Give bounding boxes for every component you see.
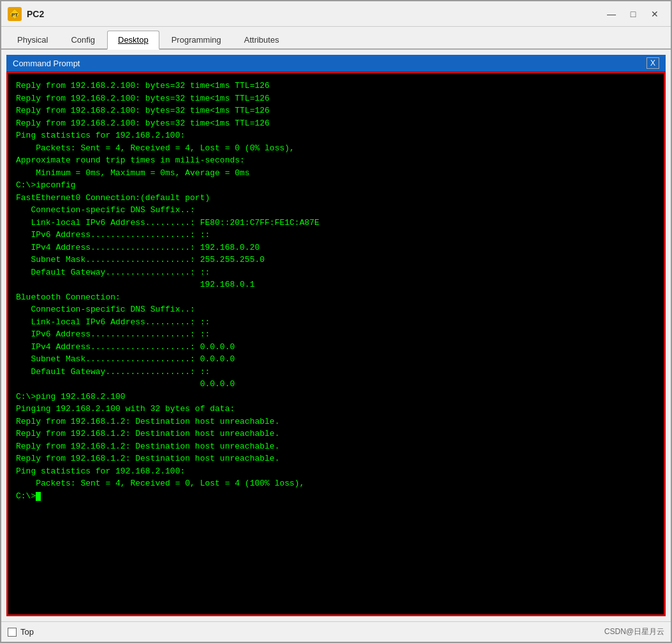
terminal-line: IPv4 Address....................: 192.16… (16, 242, 656, 254)
top-checkbox[interactable] (8, 628, 17, 637)
terminal-line: Subnet Mask.....................: 255.25… (16, 254, 656, 266)
terminal-line: C:\>ping 192.168.2.100 (16, 391, 656, 403)
app-icon: PT (8, 7, 22, 21)
window-title: PC2 (27, 9, 602, 19)
terminal-line: 0.0.0.0 (16, 378, 656, 391)
terminal-line: Reply from 192.168.2.100: bytes=32 time<… (16, 80, 656, 92)
terminal-line: Subnet Mask.....................: 0.0.0.… (16, 353, 656, 366)
tab-config[interactable]: Config (60, 31, 106, 48)
terminal-line: Reply from 192.168.1.2: Destination host… (16, 428, 656, 440)
terminal-line: Connection-specific DNS Suffix..: (16, 303, 656, 316)
tab-physical[interactable]: Physical (6, 31, 59, 48)
terminal-line: Minimum = 0ms, Maximum = 0ms, Average = … (16, 167, 656, 180)
terminal-line: Reply from 192.168.1.2: Destination host… (16, 415, 656, 428)
tab-attributes[interactable]: Attributes (233, 31, 290, 48)
terminal-line: Reply from 192.168.2.100: bytes=32 time<… (16, 117, 656, 130)
terminal-line: Connection-specific DNS Suffix..: (16, 204, 656, 217)
terminal-line: Link-local IPv6 Address.........: FE80::… (16, 217, 656, 229)
terminal-line: Packets: Sent = 4, Received = 0, Lost = … (16, 477, 656, 490)
terminal-line: Default Gateway.................: :: (16, 266, 656, 279)
bottom-bar: Top CSDN@日星月云 (1, 621, 671, 642)
terminal-line: IPv4 Address....................: 0.0.0.… (16, 341, 656, 354)
title-bar: PT PC2 — □ ✕ (1, 1, 671, 27)
command-prompt-close[interactable]: X (646, 57, 659, 69)
terminal-line: IPv6 Address....................: :: (16, 229, 656, 242)
window-controls: — □ ✕ (602, 7, 664, 21)
terminal-line: C:\> (16, 490, 656, 503)
command-prompt-header: Command Prompt X (6, 55, 666, 71)
terminal-line: Bluetooth Connection: (16, 291, 656, 304)
terminal-line: 192.168.0.1 (16, 278, 656, 291)
terminal-line: IPv6 Address....................: :: (16, 328, 656, 341)
maximize-button[interactable]: □ (624, 7, 643, 21)
terminal-line: Reply from 192.168.1.2: Destination host… (16, 440, 656, 453)
terminal-line: Pinging 192.168.2.100 with 32 bytes of d… (16, 403, 656, 415)
terminal-line: Packets: Sent = 4, Received = 4, Lost = … (16, 142, 656, 155)
minimize-button[interactable]: — (602, 7, 621, 21)
tab-bar: Physical Config Desktop Programming Attr… (1, 27, 671, 50)
terminal-cursor (36, 492, 41, 501)
close-button[interactable]: ✕ (645, 7, 664, 21)
command-prompt-title: Command Prompt (13, 59, 80, 68)
tab-programming[interactable]: Programming (161, 31, 232, 48)
terminal-line: Default Gateway.................: :: (16, 366, 656, 379)
bottom-left: Top (8, 627, 34, 637)
content-area: Command Prompt X Reply from 192.168.2.10… (1, 50, 671, 621)
terminal-line: Reply from 192.168.1.2: Destination host… (16, 452, 656, 465)
terminal-line: Link-local IPv6 Address.........: :: (16, 316, 656, 329)
terminal-line: Ping statistics for 192.168.2.100: (16, 129, 656, 142)
terminal-line: Ping statistics for 192.168.2.100: (16, 465, 656, 478)
svg-text:PT: PT (11, 12, 18, 18)
terminal-line: C:\>ipconfig (16, 179, 656, 192)
terminal-line: Approximate round trip times in milli-se… (16, 154, 656, 167)
top-label: Top (20, 627, 34, 637)
main-window: PT PC2 — □ ✕ Physical Config Desktop Pro… (0, 0, 672, 643)
terminal-line: Reply from 192.168.2.100: bytes=32 time<… (16, 105, 656, 117)
terminal[interactable]: Reply from 192.168.2.100: bytes=32 time<… (8, 73, 664, 614)
terminal-line: Reply from 192.168.2.100: bytes=32 time<… (16, 92, 656, 105)
terminal-line: FastEthernet0 Connection:(default port) (16, 192, 656, 205)
watermark: CSDN@日星月云 (604, 626, 664, 637)
terminal-wrapper: Reply from 192.168.2.100: bytes=32 time<… (6, 71, 666, 616)
tab-desktop[interactable]: Desktop (107, 31, 159, 50)
